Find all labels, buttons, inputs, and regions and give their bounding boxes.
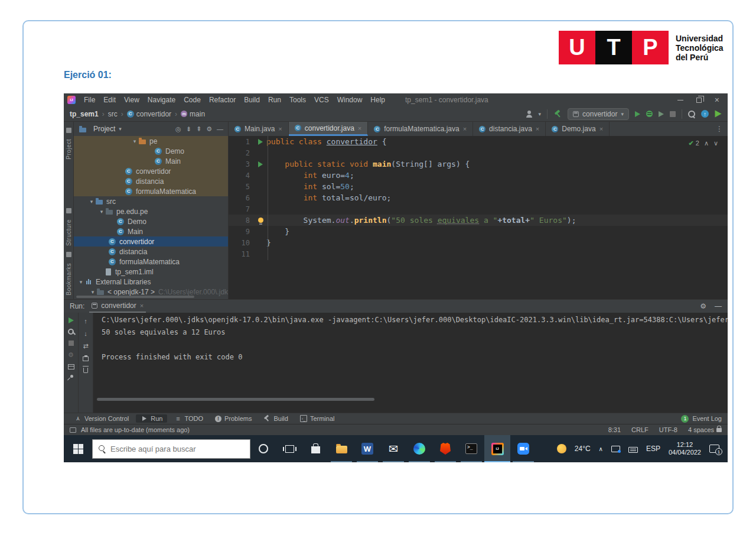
tree-item-demo[interactable]: CDemo — [74, 146, 228, 156]
word-button[interactable]: W — [354, 435, 380, 462]
tree-item-pe[interactable]: ▾pe — [74, 136, 228, 146]
rerun-button[interactable] — [69, 317, 74, 323]
toolbtn-version-control[interactable]: Version Control — [70, 414, 133, 423]
menu-run[interactable]: Run — [265, 95, 285, 105]
run-tab[interactable]: convertidor × — [89, 300, 146, 313]
task-view-button[interactable] — [276, 435, 302, 462]
event-log-button[interactable]: 1 Event Log — [681, 415, 722, 423]
expand-all-icon[interactable]: ⇟ — [186, 125, 191, 133]
tree-item-main[interactable]: CMain — [74, 156, 228, 166]
project-panel-title[interactable]: Project — [93, 125, 115, 133]
structure-tool-icon[interactable] — [66, 208, 71, 213]
mail-button[interactable]: ✉ — [380, 435, 406, 462]
project-horizontal-scrollbar[interactable] — [76, 296, 194, 298]
terminal-button[interactable]: >_ — [458, 435, 484, 462]
clear-console-icon[interactable] — [83, 368, 88, 373]
gutter-marker[interactable] — [255, 218, 266, 223]
chevron-down-icon[interactable]: ▾ — [119, 126, 122, 132]
tool-strip-bookmarks-label[interactable]: Bookmarks — [66, 263, 72, 296]
breadcrumb-item-convertidor[interactable]: Cconvertidor — [127, 110, 171, 118]
menu-help[interactable]: Help — [367, 95, 389, 105]
modify-run-config-icon[interactable] — [68, 329, 74, 335]
edge-button[interactable] — [406, 435, 432, 462]
toolbtn-todo[interactable]: TODO — [170, 414, 208, 423]
tree-item-convertidor[interactable]: Cconvertidor — [74, 166, 228, 176]
menu-window[interactable]: Window — [334, 95, 366, 105]
project-tool-icon[interactable] — [66, 128, 71, 133]
toolbtn-terminal[interactable]: Terminal — [295, 414, 340, 423]
menu-vcs[interactable]: VCS — [311, 95, 333, 105]
weather-temp[interactable]: 24°C — [575, 445, 591, 453]
tree-item-distancia[interactable]: Cdistancia — [74, 176, 228, 186]
cortana-button[interactable] — [250, 435, 276, 462]
toolbtn-problems[interactable]: Problems — [210, 414, 256, 423]
tree-item-pe-edu-pe[interactable]: ▾pe.edu.pe — [74, 206, 228, 216]
close-icon[interactable]: × — [463, 125, 467, 132]
run-config-select[interactable]: convertidor ▾ — [568, 108, 629, 120]
taskbar-search[interactable] — [92, 439, 250, 459]
tree-item-distancia[interactable]: Cdistancia — [74, 247, 228, 257]
breadcrumb-item-src[interactable]: src — [108, 110, 118, 118]
layout-icon[interactable] — [68, 364, 74, 369]
tablet-input-icon[interactable] — [611, 446, 620, 452]
minimize-icon[interactable] — [677, 100, 683, 100]
search-icon[interactable] — [688, 111, 695, 118]
tab-main-java[interactable]: CMain.java× — [229, 122, 289, 136]
chevron-down-icon[interactable]: ▾ — [88, 199, 95, 205]
chevron-down-icon[interactable]: ▾ — [77, 279, 84, 285]
taskbar-clock[interactable]: 12:12 04/04/2022 — [669, 441, 701, 456]
toolbtn-run[interactable]: Run — [136, 414, 167, 423]
breadcrumb-item-tp-sem1[interactable]: tp_sem1 — [70, 110, 99, 118]
tab-demo-java[interactable]: CDemo.java× — [546, 122, 610, 136]
intention-bulb-icon[interactable] — [258, 218, 263, 223]
tree-item-formulamatematica[interactable]: CformulaMatematica — [74, 186, 228, 196]
breadcrumb-item-main[interactable]: mmain — [181, 110, 205, 118]
file-explorer-button[interactable] — [328, 435, 354, 462]
lock-icon[interactable] — [716, 428, 722, 432]
tool-strip-project-label[interactable]: Project — [66, 139, 72, 160]
console-horizontal-scrollbar[interactable] — [97, 398, 374, 401]
keyboard-tray-icon[interactable] — [628, 447, 638, 453]
restore-icon[interactable] — [696, 98, 702, 103]
gutter-marker[interactable] — [255, 161, 266, 167]
chevron-down-icon[interactable]: ▾ — [89, 289, 96, 295]
chevron-down-icon[interactable]: ▾ — [98, 209, 105, 215]
tab-formulamatematica-java[interactable]: CformulaMatematica.java× — [368, 122, 473, 136]
start-button[interactable] — [64, 435, 92, 462]
user-icon[interactable] — [526, 111, 533, 118]
stop-button[interactable] — [69, 341, 74, 346]
chevron-down-icon[interactable]: ▾ — [539, 111, 542, 117]
weather-icon[interactable] — [557, 444, 566, 453]
close-icon[interactable]: × — [599, 125, 603, 132]
inspection-widget[interactable]: ✔ 2 ∧ ∨ — [688, 140, 718, 147]
build-hammer-icon[interactable] — [553, 110, 562, 118]
hide-panel-icon[interactable]: — — [217, 125, 223, 132]
menu-file[interactable]: File — [80, 95, 99, 105]
menu-edit[interactable]: Edit — [100, 95, 119, 105]
intellij-taskbar-button[interactable]: IJ — [484, 435, 510, 462]
close-icon[interactable]: × — [358, 125, 361, 132]
menu-build[interactable]: Build — [240, 95, 263, 105]
tree-item-tp-sem1-iml[interactable]: tp_sem1.iml — [74, 267, 228, 277]
code-area[interactable]: ✔ 2 ∧ ∨ 1public class convertidor {23 pu… — [229, 136, 728, 299]
down-stack-icon[interactable]: ↓ — [84, 330, 87, 337]
ide-update-icon[interactable]: ↑ — [701, 110, 709, 118]
status-crlf[interactable]: CRLF — [631, 426, 649, 433]
tab-overflow-icon[interactable]: ⋮ — [711, 122, 728, 136]
tab-convertidor-java[interactable]: Cconvertidor.java× — [289, 122, 368, 136]
restart-icon[interactable]: ⚙ — [68, 351, 74, 359]
zoom-app-button[interactable] — [510, 435, 536, 462]
run-button[interactable] — [635, 111, 640, 117]
bookmarks-tool-icon[interactable] — [66, 252, 71, 257]
tool-strip-structure-label[interactable]: Structure — [66, 219, 72, 246]
store-button[interactable] — [302, 435, 328, 462]
menu-navigate[interactable]: Navigate — [144, 95, 179, 105]
search-input[interactable] — [110, 445, 229, 453]
status-utf-8[interactable]: UTF-8 — [659, 426, 677, 433]
notification-center-button[interactable]: 1 — [709, 445, 719, 453]
stop-button[interactable] — [670, 111, 676, 117]
menu-view[interactable]: View — [120, 95, 143, 105]
toolbtn-build[interactable]: Build — [259, 414, 292, 423]
up-stack-icon[interactable]: ↑ — [84, 317, 87, 325]
run-line-icon[interactable] — [258, 161, 263, 167]
